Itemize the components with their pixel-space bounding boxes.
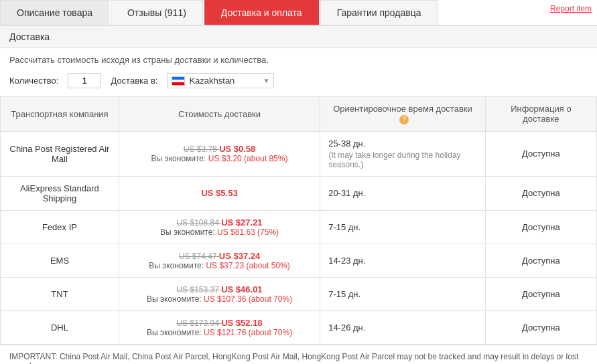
current-price: US $37.24 [219,251,260,261]
availability-cell: Доступна [485,176,596,210]
cost-cell: US $3.78 US $0.58Вы экономите: US $3.20 … [119,131,320,176]
availability-cell: Доступна [485,277,596,310]
company-cell: AliExpress Standard Shipping [1,176,119,210]
tab-reviews[interactable]: Отзывы (911) [111,0,203,25]
table-row: DHLUS $173.94 US $52.18Вы экономите: US … [1,310,597,344]
col-header-info: Информация о доставке [485,97,596,132]
calc-label: Рассчитать стоимость исходя из страны до… [0,48,597,69]
save-text: Вы экономите: US $81.63 (75%) [127,227,312,237]
time-cell: 14-23 дн. [320,244,486,277]
table-row: Fedex IPUS $108.84 US $27.21Вы экономите… [1,210,597,244]
time-main: 20-31 дн. [328,188,477,198]
time-main: 7-15 дн. [328,222,477,232]
tab-description[interactable]: Описание товара [0,0,109,25]
time-cell: 7-15 дн. [320,210,486,244]
company-cell: China Post Registered Air Mail [1,131,119,176]
cost-cell: US $108.84 US $27.21Вы экономите: US $81… [119,210,320,244]
table-row: China Post Registered Air MailUS $3.78 U… [1,131,597,176]
cost-cell: US $153.37 US $46.01Вы экономите: US $10… [119,277,320,310]
table-row: TNTUS $153.37 US $46.01Вы экономите: US … [1,277,597,310]
company-cell: TNT [1,277,119,310]
destination-value: Kazakhstan [189,76,259,86]
original-price: US $173.94 [176,318,221,328]
flag-icon [172,76,185,86]
cost-cell: US $173.94 US $52.18Вы экономите: US $12… [119,310,320,344]
col-header-company: Транспортная компания [1,97,119,132]
time-main: 25-38 дн. [328,139,477,149]
save-text: Вы экономите: US $37.23 (about 50%) [127,261,312,270]
time-main: 7-15 дн. [328,289,477,299]
chevron-down-icon: ▼ [263,77,270,84]
qty-dest-row: Количество: Доставка в: Kazakhstan ▼ [0,69,597,96]
table-header-row: Транспортная компания Стоимость доставки… [1,97,597,132]
tab-seller[interactable]: Гарантии продавца [320,0,438,25]
time-cell: 20-31 дн. [320,176,486,210]
save-amount: US $37.23 (about 50%) [206,261,289,270]
save-text: Вы экономите: US $3.20 (about 85%) [127,154,312,163]
time-note: (It may take longer during the holiday s… [328,151,477,169]
current-price: US $27.21 [221,217,262,227]
save-text: Вы экономите: US $121.76 (about 70%) [127,328,312,337]
time-cell: 7-15 дн. [320,277,486,310]
table-row: AliExpress Standard ShippingUS $5.5320-3… [1,176,597,210]
table-row: EMSUS $74.47 US $37.24Вы экономите: US $… [1,244,597,277]
shipping-table: Транспортная компания Стоимость доставки… [0,96,597,345]
col-header-time: Ориентировочное время доставки ? [320,97,486,132]
current-price: US $52.18 [221,318,262,328]
save-amount: US $81.63 (75%) [217,227,279,237]
qty-input[interactable] [68,73,101,88]
company-cell: Fedex IP [1,210,119,244]
destination-select[interactable]: Kazakhstan ▼ [167,73,274,88]
availability-cell: Доступна [485,210,596,244]
cost-cell: US $5.53 [119,176,320,210]
tab-bar: Описание товара Отзывы (911) Доставка и … [0,0,597,26]
qty-label: Количество: [9,76,58,86]
report-item-link[interactable]: Report item [550,4,592,13]
time-cell: 25-38 дн.(It may take longer during the … [320,131,486,176]
original-price: US $108.84 [176,218,221,227]
tab-shipping[interactable]: Доставка и оплата [204,0,319,25]
current-price: US $5.53 [201,188,237,198]
save-amount: US $107.36 (about 70%) [204,294,292,304]
availability-cell: Доступна [485,244,596,277]
current-price: US $46.01 [221,284,262,294]
original-price: US $153.37 [176,285,221,294]
original-price: US $74.47 [179,252,219,261]
availability-cell: Доступна [485,310,596,344]
availability-cell: Доступна [485,131,596,176]
current-price: US $0.58 [219,144,255,154]
cost-cell: US $74.47 US $37.24Вы экономите: US $37.… [119,244,320,277]
section-title: Доставка [0,26,597,48]
time-main: 14-23 дн. [328,256,477,266]
time-main: 14-26 дн. [328,323,477,333]
save-text: Вы экономите: US $107.36 (about 70%) [127,294,312,304]
original-price: US $3.78 [184,145,219,154]
dest-label: Доставка в: [111,76,157,86]
save-amount: US $121.76 (about 70%) [204,328,292,337]
company-cell: DHL [1,310,119,344]
col-header-cost: Стоимость доставки [119,97,320,132]
footer-note: IMPORTANT: China Post Air Mail, China Po… [0,345,597,364]
time-cell: 14-26 дн. [320,310,486,344]
help-icon[interactable]: ? [399,115,409,124]
save-amount: US $3.20 (about 85%) [208,154,288,163]
company-cell: EMS [1,244,119,277]
